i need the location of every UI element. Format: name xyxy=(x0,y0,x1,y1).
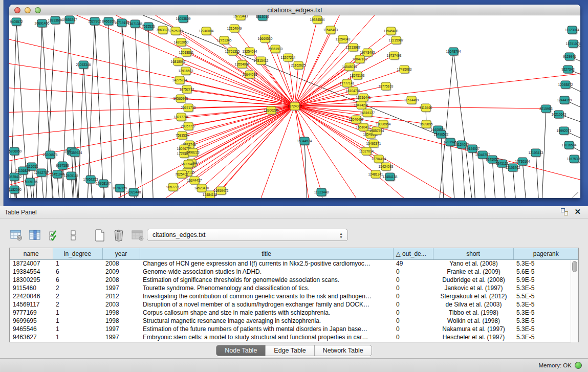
graph-node[interactable]: 12751355 xyxy=(225,48,240,56)
table-cell[interactable]: Franke et al. (2009) xyxy=(433,268,513,276)
table-cell[interactable]: 5.3E-5 xyxy=(513,325,578,333)
column-header-short[interactable]: short xyxy=(433,248,513,259)
column-header-in_degree[interactable]: in_degree xyxy=(53,248,102,259)
graph-node[interactable]: 7663822 xyxy=(156,26,169,35)
graph-node[interactable]: 11675309 xyxy=(567,155,580,164)
table-cell[interactable]: 0 xyxy=(393,309,433,317)
graph-edge[interactable] xyxy=(95,21,104,198)
table-cell[interactable]: 19384554 xyxy=(10,268,53,276)
graph-edge[interactable] xyxy=(295,72,580,106)
float-panel-icon[interactable] xyxy=(561,208,568,215)
table-cell[interactable]: 5.6E-5 xyxy=(513,268,578,276)
table-cell[interactable]: 2 xyxy=(53,284,102,292)
table-row[interactable]: 911546021997Tourette syndrome. Phenomeno… xyxy=(10,284,578,292)
table-cell[interactable]: 0 xyxy=(393,300,433,309)
graph-node[interactable]: 16782759 xyxy=(113,184,127,193)
table-cell[interactable]: Nakamura et al. (1997) xyxy=(433,325,513,333)
table-cell[interactable]: 5.9E-5 xyxy=(513,276,578,284)
graph-node[interactable]: 11545408 xyxy=(384,27,399,36)
table-cell[interactable]: 18724007 xyxy=(10,259,53,268)
graph-edge[interactable] xyxy=(295,39,343,106)
graph-node[interactable]: 14275224 xyxy=(172,76,187,85)
table-cell[interactable]: Stergiakouli et al. (2012) xyxy=(433,292,513,300)
graph-node[interactable]: 11545403 xyxy=(323,26,338,35)
graph-edge[interactable] xyxy=(536,152,539,198)
table-cell[interactable]: 1 xyxy=(53,309,102,317)
graph-node[interactable]: 19737493 xyxy=(387,52,402,60)
graph-node[interactable]: 16818042 xyxy=(171,58,186,67)
column-header-name[interactable]: name xyxy=(10,248,53,259)
graph-node[interactable]: 19384554 xyxy=(310,16,325,25)
select-all-rows-button[interactable] xyxy=(47,228,61,243)
graph-node[interactable]: 9405572 xyxy=(10,18,23,27)
graph-edge[interactable] xyxy=(108,21,113,198)
table-cell[interactable]: Wolkin et al. (1998) xyxy=(433,317,513,325)
table-cell[interactable]: 0 xyxy=(393,333,433,341)
graph-edge[interactable] xyxy=(70,19,77,198)
window-resize-grip[interactable] xyxy=(572,189,579,196)
graph-node[interactable]: 12505115 xyxy=(64,172,79,181)
graph-node[interactable]: 12481341 xyxy=(368,170,383,179)
graph-edge[interactable] xyxy=(176,31,295,106)
table-cell[interactable]: Estimation of the future numbers of pati… xyxy=(140,325,393,333)
table-row[interactable]: 946362711997Embryonic stem cells: a mode… xyxy=(10,333,578,341)
toggle-column-visibility-button[interactable] xyxy=(28,228,42,243)
graph-edge[interactable] xyxy=(483,155,486,198)
graph-node[interactable]: 7625402 xyxy=(175,170,188,179)
table-row[interactable]: 946554611997Estimation of the future num… xyxy=(10,325,578,333)
table-cell[interactable]: 6 xyxy=(53,276,102,284)
graph-node[interactable]: 16053809 xyxy=(176,15,191,24)
table-row[interactable]: 1938455462009Genome-wide association stu… xyxy=(10,268,578,276)
graph-node[interactable]: 12254943 xyxy=(336,35,351,44)
table-cell[interactable]: Yano et al. (2008) xyxy=(433,259,513,268)
graph-node[interactable]: 11514469 xyxy=(404,96,419,105)
tab-edge-table[interactable]: Edge Table xyxy=(266,345,314,356)
table-cell[interactable]: 0 xyxy=(393,317,433,325)
table-cell[interactable]: 0 xyxy=(393,284,433,292)
graph-edge[interactable] xyxy=(450,142,455,198)
table-cell[interactable]: 5.3E-5 xyxy=(513,259,578,268)
table-cell[interactable]: 2003 xyxy=(102,300,140,309)
graph-node[interactable]: 13254094 xyxy=(243,48,257,56)
graph-node[interactable]: 25206050 xyxy=(9,147,22,156)
close-panel-icon[interactable]: ✕ xyxy=(574,208,581,215)
graph-node[interactable]: 12018861 xyxy=(179,49,194,57)
graph-node[interactable]: 14671355 xyxy=(128,20,143,29)
graph-node[interactable]: 17016504 xyxy=(562,141,577,150)
table-cell[interactable]: de Silva et al. (2003) xyxy=(433,300,513,309)
graph-node[interactable]: 12154049 xyxy=(227,25,242,33)
table-vertical-scrollbar[interactable] xyxy=(571,260,578,342)
graph-node[interactable]: 18217741 xyxy=(174,113,189,122)
graph-node[interactable]: 15344574 xyxy=(297,137,312,146)
graph-node[interactable]: 11027014 xyxy=(359,147,374,156)
table-cell[interactable]: Structural magnetic resonance image aver… xyxy=(140,317,393,325)
table-cell[interactable]: 5.3E-5 xyxy=(513,300,578,309)
graph-node[interactable]: 17815412 xyxy=(254,57,269,65)
table-cell[interactable]: 1997 xyxy=(102,284,140,292)
graph-node[interactable]: 17525203 xyxy=(168,27,183,36)
table-cell[interactable]: Hescheler et al. (1997) xyxy=(433,333,513,341)
column-header-title[interactable]: title xyxy=(140,248,393,259)
column-header-pagerank[interactable]: pagerank xyxy=(513,248,578,259)
graph-edge[interactable] xyxy=(522,161,527,198)
graph-edge[interactable] xyxy=(295,47,353,106)
graph-node[interactable]: 8215953 xyxy=(539,105,553,114)
graph-node[interactable]: 13207214 xyxy=(281,54,296,62)
graph-node[interactable]: 9857771 xyxy=(166,183,180,192)
graph-node[interactable]: 16648794 xyxy=(446,48,461,56)
graph-node[interactable]: 16344457 xyxy=(187,177,202,185)
graph-node[interactable]: 10719155 xyxy=(115,19,129,28)
graph-edge[interactable] xyxy=(193,106,295,152)
table-cell[interactable]: 2008 xyxy=(102,276,140,284)
graph-node[interactable]: 14816127 xyxy=(360,109,375,118)
graph-node[interactable]: 15424093 xyxy=(379,163,394,171)
table-cell[interactable]: 1998 xyxy=(102,309,140,317)
table-cell[interactable]: 5.3E-5 xyxy=(513,317,578,325)
import-table-disabled-button[interactable] xyxy=(130,228,145,243)
graph-node[interactable]: 12751345 xyxy=(217,36,232,45)
graph-node[interactable]: 19861910 xyxy=(268,45,283,54)
graph-edge[interactable] xyxy=(148,26,154,198)
table-settings-button[interactable] xyxy=(9,228,24,243)
graph-node[interactable]: 19565905 xyxy=(173,95,188,103)
graph-edge[interactable] xyxy=(184,106,295,154)
